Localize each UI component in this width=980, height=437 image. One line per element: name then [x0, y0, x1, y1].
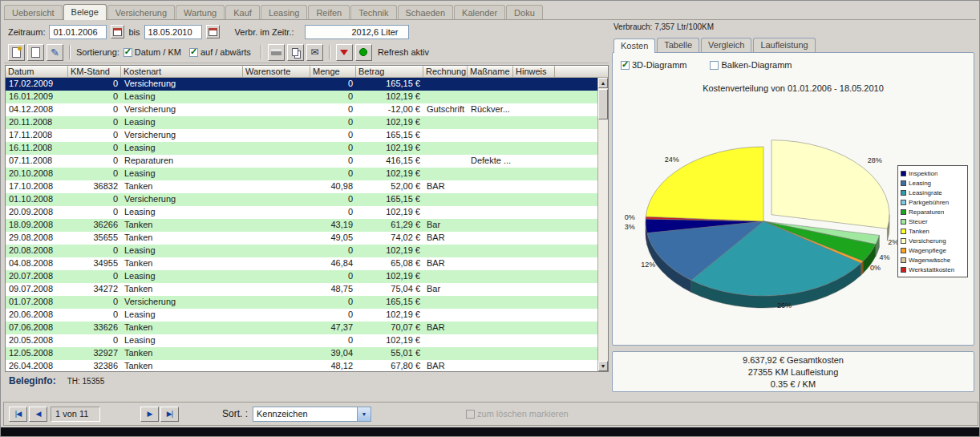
sign-button[interactable]: ✎ [47, 44, 63, 61]
column-header-km[interactable]: KM-Stand [68, 66, 121, 78]
scrollbar-thumb[interactable] [598, 89, 608, 119]
table-row[interactable]: 20.08.20080Leasing0102,19 € [6, 245, 597, 257]
table-row[interactable]: 12.05.200832927Tanken39,0455,01 € [6, 347, 597, 360]
main-tab-schaeden[interactable]: Schaeden [398, 5, 454, 19]
table-row[interactable]: 07.11.20080Reparaturen0416,15 €Defekte .… [6, 155, 597, 168]
table-row[interactable]: 17.11.20080Versicherung0165,15 € [6, 129, 597, 142]
cell-hinweis [513, 257, 555, 270]
scroll-up-button[interactable]: ▲ [598, 78, 608, 88]
sort-combobox[interactable]: Kennzeichen ▼ [253, 407, 371, 422]
legend-color-swatch [901, 248, 906, 253]
beleginfo-row: Beleginfo: TH: 15355 [9, 375, 104, 386]
table-row[interactable]: 17.10.200836832Tanken40,9852,00 €BAR [6, 180, 597, 193]
vertical-scrollbar[interactable]: ▲ ▼ [597, 78, 608, 371]
table-row[interactable]: 20.11.20080Leasing0102,19 € [6, 116, 597, 129]
refresh-indicator-button[interactable] [355, 44, 372, 61]
right-tab-vergleich[interactable]: Vergleich [701, 38, 751, 52]
cell-menge: 47,37 [310, 322, 356, 334]
table-row[interactable]: 29.08.200835655Tanken49,0574,02 €BAR [6, 232, 597, 245]
cell-betrag: 52,00 € [356, 180, 423, 193]
main-tab-kauf[interactable]: Kauf [225, 5, 260, 19]
main-tab-belege[interactable]: Belege [63, 4, 107, 20]
table-row[interactable]: 04.12.20080Versicherung0-12,00 €Gutschri… [6, 103, 597, 116]
table-row[interactable]: 20.07.20080Leasing0102,19 € [6, 270, 597, 283]
column-header-rechnung[interactable]: Rechnung [423, 66, 468, 78]
cell-rechnung [423, 116, 468, 129]
previous-record-button[interactable]: ◀ [29, 407, 47, 422]
copy-button[interactable] [287, 44, 304, 61]
cell-warensorte [243, 180, 310, 193]
cell-betrag: 74,02 € [356, 232, 423, 245]
cell-hinweis [513, 168, 555, 180]
cell-warensorte [243, 270, 310, 283]
column-header-betrag[interactable]: Betrag [356, 66, 423, 78]
column-header-kostenart[interactable]: Kostenart [121, 66, 243, 78]
cell-warensorte [243, 168, 310, 180]
scroll-down-button[interactable]: ▼ [598, 361, 608, 371]
3d-diagramm-checkbox[interactable]: 3D-Diagramm [621, 60, 686, 70]
cell-massname: Defekte ... [468, 155, 513, 168]
calendar-icon [209, 28, 217, 36]
cell-km: 32386 [68, 360, 121, 371]
cell-hinweis [513, 155, 555, 168]
main-tab-reifen[interactable]: Reifen [308, 5, 350, 19]
right-tab-kosten[interactable]: Kosten [614, 38, 655, 53]
sort-direction-checkbox[interactable]: auf / abwärts [189, 47, 251, 57]
main-tab-versicherung[interactable]: Versicherung [107, 5, 175, 19]
column-header-datum[interactable]: Datum [6, 66, 68, 78]
date-from-input[interactable]: 01.01.2006 [49, 25, 107, 39]
column-header-massname[interactable]: Maßname [468, 66, 513, 78]
last-record-button[interactable]: ▶| [160, 407, 179, 422]
column-header-hinweis[interactable]: Hinweis [513, 66, 555, 78]
main-tab-wartung[interactable]: Wartung [176, 5, 225, 19]
toolbar: ✎ Sortierung: Datum / KM auf / abwärts ✉… [4, 42, 609, 63]
main-tab-uebersicht[interactable]: Uebersicht [4, 5, 63, 19]
right-tab-tabelle[interactable]: Tabelle [657, 38, 699, 52]
table-row[interactable]: 01.10.20080Versicherung0165,15 € [6, 193, 597, 206]
table-row[interactable]: 07.06.200833626Tanken47,3770,07 €BAR [6, 322, 597, 334]
table-row[interactable]: 16.01.20090Leasing0102,19 € [6, 91, 597, 103]
table-row[interactable]: 20.06.20080Leasing0102,19 € [6, 309, 597, 322]
table-row[interactable]: 04.08.200834955Tanken46,8465,08 €BAR [6, 257, 597, 270]
edit-record-button[interactable] [27, 44, 44, 61]
table-row[interactable]: 20.09.20080Leasing0102,19 € [6, 206, 597, 219]
main-tab-technik[interactable]: Technik [350, 5, 396, 19]
main-tab-kalender[interactable]: Kalender [454, 5, 505, 19]
table-row[interactable]: 09.07.200834272Tanken48,7575,04 €Bar [6, 283, 597, 296]
new-record-button[interactable] [8, 44, 25, 61]
sort-datum-km-checkbox[interactable]: Datum / KM [124, 47, 181, 57]
table-row[interactable]: 18.09.200836266Tanken43,1961,29 €Bar [6, 219, 597, 232]
cell-rechnung: BAR [423, 322, 468, 334]
right-tab-laufleistung[interactable]: Laufleistung [753, 38, 815, 52]
first-record-button[interactable]: |◀ [9, 407, 27, 422]
table-row[interactable]: 16.11.20080Leasing0102,19 € [6, 142, 597, 155]
date-from-calendar-button[interactable] [111, 25, 124, 38]
balken-diagramm-checkbox[interactable]: Balken-Diagramm [710, 60, 792, 70]
next-record-button[interactable]: ▶ [140, 407, 159, 422]
main-tab-leasing[interactable]: Leasing [261, 5, 308, 19]
cell-km: 36832 [68, 180, 121, 193]
date-to-input[interactable]: 18.05.2010 [144, 25, 202, 39]
table-row[interactable]: 20.10.20080Leasing0102,19 € [6, 168, 597, 180]
table-row[interactable]: 20.05.20080Leasing0102,19 € [6, 334, 597, 347]
date-to-calendar-button[interactable] [206, 25, 220, 38]
chevron-down-icon[interactable]: ▼ [357, 407, 371, 421]
cell-datum: 01.10.2008 [6, 193, 68, 206]
pen-icon: ✎ [51, 47, 59, 58]
cell-warensorte [243, 219, 310, 232]
cell-hinweis [513, 283, 555, 296]
cell-km: 0 [68, 309, 121, 322]
table-row[interactable]: 01.07.20080Versicherung0165,15 € [6, 296, 597, 309]
legend-label: Versicherung [909, 237, 946, 245]
cell-betrag: 102,19 € [356, 270, 423, 283]
column-header-warensorte[interactable]: Warensorte [243, 66, 310, 78]
table-row[interactable]: 26.04.200832386Tanken48,1267,80 €BAR [6, 360, 597, 371]
print-button[interactable] [268, 44, 285, 61]
main-tab-doku[interactable]: Doku [506, 5, 543, 19]
mail-button[interactable]: ✉ [306, 44, 323, 61]
table-row[interactable]: 17.02.20090Versicherung0165,15 € [6, 78, 597, 91]
column-header-menge[interactable]: Menge [310, 66, 356, 78]
chart-panel: 3D-Diagramm Balken-Diagramm Kostenvertei… [612, 52, 974, 346]
pie-percent-label: 12% [641, 261, 655, 269]
filter-button[interactable] [336, 44, 353, 61]
